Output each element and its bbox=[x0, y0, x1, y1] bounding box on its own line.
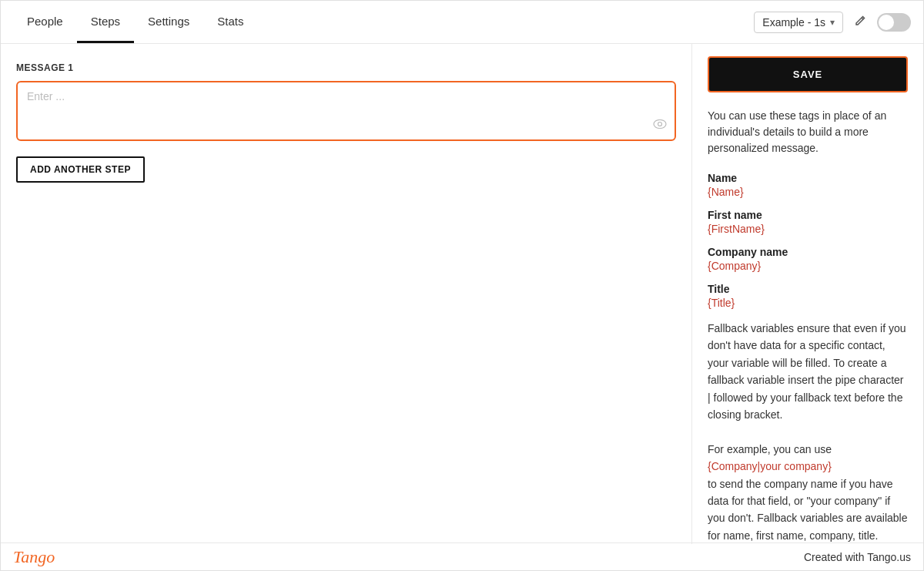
add-another-step-button[interactable]: ADD ANOTHER STEP bbox=[16, 156, 145, 183]
tab-settings[interactable]: Settings bbox=[134, 1, 203, 43]
main-layout: MESSAGE 1 ADD ANOTHER STEP SAVE You can … bbox=[1, 44, 923, 544]
footer: Tango Created with Tango.us bbox=[1, 542, 923, 570]
tab-people[interactable]: People bbox=[13, 1, 77, 43]
eye-icon bbox=[653, 118, 667, 132]
active-toggle[interactable] bbox=[877, 13, 911, 32]
fallback-description: Fallback variables ensure that even if y… bbox=[708, 320, 908, 544]
tag-title-section: Title {Title} bbox=[708, 283, 908, 309]
fallback-example-value: {Company|your company} bbox=[708, 460, 832, 472]
message-label: MESSAGE 1 bbox=[16, 62, 676, 73]
svg-point-1 bbox=[658, 123, 662, 126]
message-input[interactable] bbox=[27, 90, 665, 129]
tag-firstname-section: First name {FirstName} bbox=[708, 209, 908, 235]
header: People Steps Settings Stats Example - 1s… bbox=[1, 1, 923, 44]
chevron-down-icon: ▾ bbox=[830, 17, 835, 28]
tag-company-label: Company name bbox=[708, 246, 908, 258]
tab-steps[interactable]: Steps bbox=[77, 1, 134, 43]
right-panel: SAVE You can use these tags in place of … bbox=[692, 44, 923, 544]
tag-firstname-value: {FirstName} bbox=[708, 223, 908, 235]
tag-title-label: Title bbox=[708, 283, 908, 295]
tag-company-value: {Company} bbox=[708, 260, 908, 272]
tags-description: You can use these tags in place of an in… bbox=[708, 108, 908, 156]
left-panel: MESSAGE 1 ADD ANOTHER STEP bbox=[1, 44, 692, 544]
header-controls: Example - 1s ▾ bbox=[754, 12, 911, 33]
tag-firstname-label: First name bbox=[708, 209, 908, 221]
message-input-wrapper bbox=[16, 81, 676, 141]
tag-title-value: {Title} bbox=[708, 297, 908, 309]
tag-company-section: Company name {Company} bbox=[708, 246, 908, 272]
tag-name-section: Name {Name} bbox=[708, 172, 908, 198]
tag-name-value: {Name} bbox=[708, 186, 908, 198]
tango-logo: Tango bbox=[13, 547, 55, 567]
tab-stats[interactable]: Stats bbox=[203, 1, 257, 43]
edit-icon-button[interactable] bbox=[851, 12, 869, 33]
svg-point-0 bbox=[654, 120, 666, 129]
tag-name-label: Name bbox=[708, 172, 908, 184]
example-dropdown[interactable]: Example - 1s ▾ bbox=[754, 12, 843, 33]
save-button[interactable]: SAVE bbox=[708, 56, 908, 92]
navigation-tabs: People Steps Settings Stats bbox=[13, 1, 257, 43]
footer-credit: Created with Tango.us bbox=[804, 551, 911, 563]
